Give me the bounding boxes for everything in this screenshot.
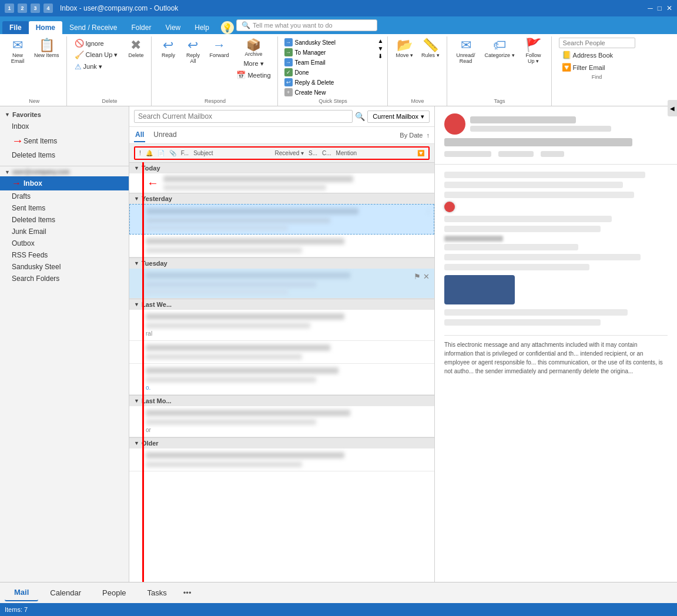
sidebar-item-sandusky[interactable]: Sandusky Steel — [0, 261, 129, 273]
col-hdr-size[interactable]: S... — [307, 149, 319, 158]
today-email-item[interactable] — [163, 176, 434, 190]
lightbulb-icon[interactable]: 💡 — [221, 21, 234, 34]
col-hdr-received[interactable]: Received ▾ — [273, 149, 306, 158]
sidebar-item-outbox[interactable]: Outbox — [0, 237, 129, 249]
move-button[interactable]: 📂 Move ▾ — [393, 38, 417, 59]
email-item-lw-2[interactable] — [129, 341, 434, 364]
group-last-week[interactable]: ▼ Last We... — [129, 299, 434, 310]
delete-button[interactable]: ✖ Delete — [124, 38, 148, 59]
new-email-button[interactable]: ✉ New Email — [6, 38, 29, 65]
group-last-month[interactable]: ▼ Last Mo... — [129, 395, 434, 406]
col-hdr-filter[interactable]: 🔽 — [415, 149, 426, 158]
tab-view[interactable]: View — [158, 21, 187, 34]
email-item-lm-1[interactable]: or — [129, 406, 434, 437]
nav-mail[interactable]: Mail — [5, 584, 38, 601]
ignore-button[interactable]: 🚫 Ignore — [72, 38, 121, 49]
email-item-lw-1[interactable]: ral — [129, 310, 434, 341]
group-older[interactable]: ▼ Older — [129, 437, 434, 448]
unread-read-button[interactable]: ✉ Unread/ Read — [452, 38, 480, 65]
close-btn[interactable]: ✕ — [666, 4, 672, 12]
search-button[interactable]: 🔍 — [355, 112, 365, 121]
maximize-btn[interactable]: □ — [658, 4, 662, 12]
ribbon-group-tags: ✉ Unread/ Read 🏷 Categorize ▾ 🚩 Follow U… — [448, 36, 552, 106]
email-item-yesterday-2[interactable] — [129, 235, 434, 257]
rules-button[interactable]: 📏 Rules ▾ — [418, 38, 443, 59]
lm1-blur1 — [146, 410, 350, 416]
qs-expand[interactable]: ⬇ — [378, 53, 384, 59]
body-line-3 — [444, 192, 634, 198]
sidebar-item-junk[interactable]: Junk Email — [0, 226, 129, 237]
qs-sandusky-steel[interactable]: → Sandusky Steel — [283, 38, 377, 47]
mailbox-dropdown[interactable]: Current Mailbox ▾ — [367, 111, 430, 123]
qs-scroll-up[interactable]: ▲ — [378, 38, 384, 44]
junk-button[interactable]: ⚠ Junk ▾ — [72, 61, 121, 72]
email-item-tuesday-1[interactable]: ⚑ ✕ — [129, 269, 434, 299]
tab-folder[interactable]: Folder — [124, 21, 158, 34]
tab-send-receive[interactable]: Send / Receive — [62, 21, 124, 34]
qs-reply-delete[interactable]: ↩ Reply & Delete — [283, 78, 377, 87]
qs-team-email[interactable]: → Team Email — [283, 58, 377, 67]
meeting-button[interactable]: 📅 Meeting — [233, 69, 273, 81]
nav-people[interactable]: People — [93, 585, 135, 601]
col-hdr-from[interactable]: F... — [179, 149, 190, 158]
follow-up-button[interactable]: 🚩 Follow Up ▾ — [520, 38, 548, 65]
filter-email-button[interactable]: 🔽 Filter Email — [559, 62, 635, 73]
sidebar-item-deleted[interactable]: Deleted Items — [0, 214, 129, 226]
col-hdr-importance[interactable]: ! — [138, 149, 143, 158]
reply-all-button[interactable]: ↩ Reply All — [181, 38, 205, 65]
nav-tasks[interactable]: Tasks — [138, 585, 176, 601]
sidebar-item-inbox[interactable]: →Inbox — [0, 176, 129, 190]
qs-to-manager[interactable]: → To Manager — [283, 48, 377, 57]
minimize-btn[interactable]: ─ — [648, 4, 653, 12]
reply-button[interactable]: ↩ Reply — [156, 38, 180, 59]
archive-button[interactable]: 📦 Archive — [233, 38, 273, 58]
qat-icon-2[interactable]: 2 — [18, 4, 27, 13]
qat-icon-4[interactable]: 4 — [43, 4, 53, 13]
qs-done[interactable]: ✓ Done — [283, 68, 377, 77]
email-item-older-1[interactable] — [129, 448, 434, 471]
categorize-button[interactable]: 🏷 Categorize ▾ — [481, 38, 518, 59]
new-items-button[interactable]: 📋 New Items — [31, 38, 63, 59]
email-item-yesterday-1[interactable]: : — [129, 204, 434, 235]
sidebar-item-search-folders[interactable]: Search Folders — [0, 273, 129, 284]
sort-control[interactable]: By Date ↑ — [400, 132, 430, 139]
tab-file[interactable]: File — [2, 21, 29, 34]
col-hdr-attach[interactable]: 📎 — [167, 149, 178, 158]
nav-more-button[interactable]: ••• — [179, 585, 196, 601]
account-section-header[interactable]: ▼ user@company.com — [0, 166, 129, 176]
col-hdr-reminder[interactable]: 🔔 — [144, 149, 155, 158]
tab-all[interactable]: All — [134, 128, 145, 142]
col-hdr-cat[interactable]: C... — [320, 149, 333, 158]
qat-icon-3[interactable]: 3 — [31, 4, 40, 13]
tab-unread[interactable]: Unread — [152, 128, 177, 142]
col-hdr-mention[interactable]: Mention — [334, 149, 414, 158]
tuesday-delete-icon[interactable]: ✕ — [423, 272, 430, 281]
col-hdr-icon[interactable]: 📄 — [156, 149, 166, 158]
tab-help[interactable]: Help — [187, 21, 216, 34]
group-yesterday[interactable]: ▼ Yesterday — [129, 193, 434, 204]
email-item-lw-3[interactable]: o. — [129, 364, 434, 395]
qs-create-new[interactable]: + Create New — [283, 88, 377, 97]
address-book-button[interactable]: 📒 Address Book — [559, 49, 635, 61]
sidebar-item-rss[interactable]: RSS Feeds — [0, 249, 129, 261]
tab-home[interactable]: Home — [29, 21, 62, 34]
sidebar-item-inbox-fav[interactable]: Inbox — [0, 120, 129, 132]
group-today[interactable]: ▼ Today — [129, 162, 434, 173]
sidebar-item-drafts[interactable]: Drafts — [0, 190, 129, 202]
cleanup-button[interactable]: 🧹 Clean Up ▾ — [72, 49, 121, 61]
nav-calendar[interactable]: Calendar — [41, 585, 91, 601]
sidebar-item-sent-fav[interactable]: →Sent Items — [0, 132, 129, 149]
qat-icon-1[interactable]: 1 — [5, 4, 14, 13]
forward-button[interactable]: → Forward — [206, 38, 232, 59]
favorites-header[interactable]: ▼ Favorites — [0, 109, 129, 120]
sidebar-item-sent[interactable]: Sent Items — [0, 202, 129, 214]
search-people-input[interactable] — [559, 38, 635, 48]
col-hdr-subject[interactable]: Subject — [192, 149, 272, 158]
more-button[interactable]: More ▾ — [233, 59, 273, 69]
search-input[interactable] — [134, 110, 353, 123]
tuesday-flag-icon[interactable]: ⚑ — [414, 272, 421, 281]
sidebar-item-deleted-fav[interactable]: Deleted Items — [0, 149, 129, 161]
tell-me-box[interactable]: 🔍 Tell me what you want to do — [236, 19, 377, 31]
group-tuesday[interactable]: ▼ Tuesday — [129, 257, 434, 269]
qs-scroll-down[interactable]: ▼ — [378, 45, 384, 52]
